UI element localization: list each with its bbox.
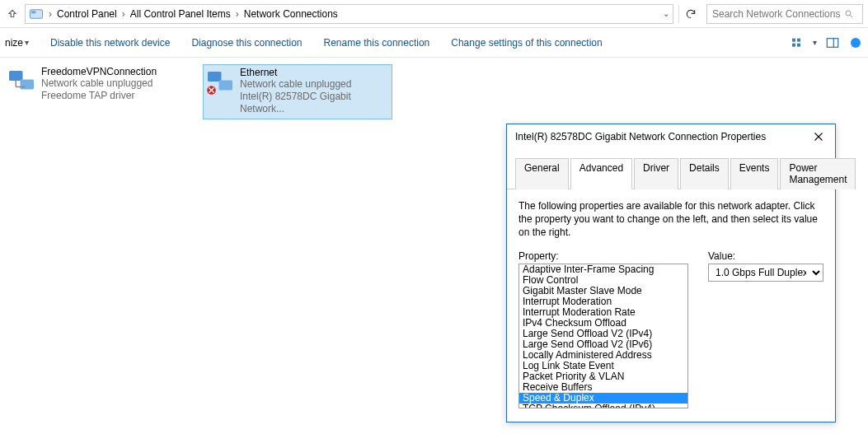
connection-driver: Freedome TAP driver bbox=[41, 90, 157, 102]
tab-body: The following properties are available f… bbox=[507, 189, 835, 422]
svg-rect-11 bbox=[9, 71, 23, 81]
connection-item[interactable]: FreedomeVPNConnection Network cable unpl… bbox=[5, 64, 195, 119]
svg-point-10 bbox=[851, 38, 861, 48]
search-placeholder: Search Network Connections bbox=[712, 8, 840, 20]
connection-driver: Intel(R) 82578DC Gigabit Network... bbox=[240, 91, 390, 115]
help-icon[interactable] bbox=[848, 35, 863, 50]
svg-rect-8 bbox=[827, 38, 838, 47]
svg-rect-1 bbox=[31, 11, 35, 13]
tab-description: The following properties are available f… bbox=[518, 199, 823, 239]
view-options-icon[interactable] bbox=[790, 35, 805, 50]
breadcrumb-item[interactable]: Control Panel bbox=[54, 8, 120, 20]
diagnose-connection-link[interactable]: Diagnose this connection bbox=[191, 37, 302, 49]
refresh-icon[interactable] bbox=[678, 5, 697, 23]
connection-item[interactable]: Ethernet Network cable unplugged Intel(R… bbox=[203, 64, 392, 119]
command-bar: nize ▾ Disable this network device Diagn… bbox=[0, 28, 868, 58]
tab-events[interactable]: Events bbox=[730, 158, 779, 189]
svg-point-2 bbox=[846, 11, 851, 16]
value-select[interactable]: 1.0 Gbps Full Duplex bbox=[708, 264, 823, 282]
tab-general[interactable]: General bbox=[515, 158, 569, 189]
control-panel-icon bbox=[29, 7, 44, 21]
tab-advanced[interactable]: Advanced bbox=[570, 158, 632, 189]
adapter-properties-dialog: Intel(R) 82578DC Gigabit Network Connect… bbox=[506, 124, 836, 422]
up-arrow-icon[interactable] bbox=[5, 7, 20, 21]
preview-pane-icon[interactable] bbox=[825, 35, 840, 50]
chevron-right-icon: › bbox=[234, 8, 241, 20]
dialog-tabs: General Advanced Driver Details Events P… bbox=[507, 149, 835, 189]
close-button[interactable] bbox=[810, 128, 827, 145]
value-label: Value: bbox=[708, 250, 823, 262]
change-settings-link[interactable]: Change settings of this connection bbox=[451, 37, 602, 49]
chevron-right-icon: › bbox=[120, 8, 127, 20]
tab-details[interactable]: Details bbox=[680, 158, 729, 189]
svg-rect-6 bbox=[792, 43, 795, 46]
property-item[interactable]: TCP Checksum Offload (IPv4) bbox=[519, 404, 687, 408]
search-input[interactable]: Search Network Connections bbox=[706, 4, 863, 24]
connection-title: FreedomeVPNConnection bbox=[41, 66, 157, 77]
property-label: Property: bbox=[518, 250, 688, 262]
organize-menu[interactable]: nize ▾ bbox=[5, 37, 29, 49]
chevron-right-icon: › bbox=[47, 8, 54, 20]
svg-rect-4 bbox=[792, 38, 795, 41]
rename-connection-link[interactable]: Rename this connection bbox=[324, 37, 430, 49]
breadcrumb-item[interactable]: Network Connections bbox=[241, 8, 341, 20]
connections-pane: FreedomeVPNConnection Network cable unpl… bbox=[0, 58, 868, 126]
svg-line-3 bbox=[851, 15, 853, 17]
svg-rect-15 bbox=[208, 72, 222, 82]
breadcrumb[interactable]: › Control Panel › All Control Panel Item… bbox=[25, 4, 673, 24]
svg-rect-7 bbox=[797, 43, 800, 46]
chevron-down-icon[interactable]: ⌄ bbox=[663, 9, 669, 18]
tab-power-management[interactable]: Power Management bbox=[780, 158, 856, 189]
connection-title: Ethernet bbox=[240, 67, 390, 78]
property-listbox[interactable]: Adaptive Inter-Frame SpacingFlow Control… bbox=[518, 264, 688, 408]
network-adapter-error-icon bbox=[205, 67, 235, 96]
tab-driver[interactable]: Driver bbox=[634, 158, 678, 189]
address-bar: › Control Panel › All Control Panel Item… bbox=[0, 0, 868, 28]
connection-status: Network cable unplugged bbox=[41, 77, 157, 90]
svg-rect-5 bbox=[797, 38, 800, 41]
dialog-titlebar: Intel(R) 82578DC Gigabit Network Connect… bbox=[507, 124, 835, 149]
breadcrumb-item[interactable]: All Control Panel Items bbox=[127, 8, 234, 20]
network-adapter-icon bbox=[7, 66, 36, 96]
disable-device-link[interactable]: Disable this network device bbox=[50, 37, 170, 49]
chevron-down-icon[interactable]: ▾ bbox=[813, 38, 817, 47]
dialog-title: Intel(R) 82578DC Gigabit Network Connect… bbox=[515, 131, 810, 142]
svg-rect-12 bbox=[21, 80, 35, 90]
svg-rect-16 bbox=[219, 81, 233, 91]
chevron-down-icon: ▾ bbox=[25, 38, 29, 47]
connection-status: Network cable unplugged bbox=[240, 78, 390, 91]
